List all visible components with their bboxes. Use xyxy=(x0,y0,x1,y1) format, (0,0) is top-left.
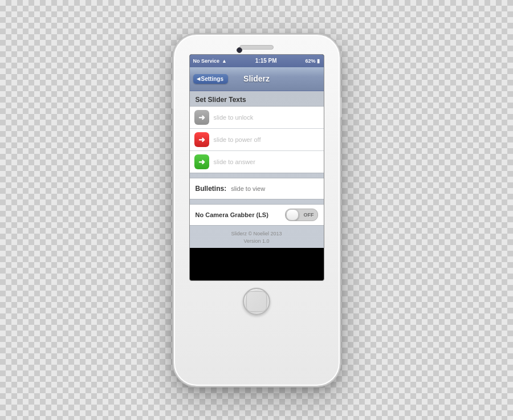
camera-grabber-label: No Camera Grabber (LS) xyxy=(196,211,268,218)
arrow-right-icon: ➜ xyxy=(198,113,205,122)
home-button-inner xyxy=(246,291,267,312)
screen-footer: Sliderz © Noeliel 2013 Version 1.0 xyxy=(190,226,324,248)
camera-grabber-row[interactable]: No Camera Grabber (LS) OFF xyxy=(190,204,324,226)
front-camera xyxy=(237,47,242,53)
toggle-knob xyxy=(286,209,299,221)
slider-settings-group: ➜ ➜ ➜ xyxy=(190,106,324,173)
volume-button[interactable] xyxy=(172,80,174,109)
bulletins-input[interactable] xyxy=(231,185,310,192)
arrow-right-icon-green: ➜ xyxy=(198,157,205,166)
nav-title: Sliderz xyxy=(243,74,270,83)
arrow-right-icon-red: ➜ xyxy=(198,135,205,144)
phone-screen: No Service ▲ 1:15 PM 62% ▮ Settings Slid… xyxy=(189,54,324,281)
bulletins-label: Bulletins: xyxy=(196,185,227,193)
toggle-off-label: OFF xyxy=(304,212,314,218)
back-button[interactable]: Settings xyxy=(193,74,228,84)
battery-icon: ▮ xyxy=(317,58,320,64)
power-button[interactable] xyxy=(340,97,342,117)
phone-device: No Service ▲ 1:15 PM 62% ▮ Settings Slid… xyxy=(173,34,341,387)
home-button[interactable] xyxy=(243,288,270,315)
section-header: Set Slider Texts xyxy=(190,91,324,106)
answer-icon-bg: ➜ xyxy=(194,154,209,169)
status-right: 62% ▮ xyxy=(305,58,320,64)
footer-line1: Sliderz © Noeliel 2013 xyxy=(190,230,324,238)
back-button-label: Settings xyxy=(201,76,223,82)
answer-row[interactable]: ➜ xyxy=(190,151,324,173)
poweroff-icon-bg: ➜ xyxy=(194,132,209,147)
navigation-bar: Settings Sliderz xyxy=(190,67,324,91)
status-left: No Service ▲ xyxy=(193,58,227,64)
unlock-text-input[interactable] xyxy=(214,114,319,121)
battery-percent: 62% xyxy=(305,58,315,64)
status-time: 1:15 PM xyxy=(255,58,277,64)
unlock-icon-bg: ➜ xyxy=(194,110,209,125)
wifi-icon: ▲ xyxy=(222,58,227,64)
poweroff-row[interactable]: ➜ xyxy=(190,129,324,151)
carrier-text: No Service xyxy=(193,58,220,64)
screen-content: Set Slider Texts ➜ ➜ ➜ xyxy=(190,91,324,248)
unlock-row[interactable]: ➜ xyxy=(190,107,324,129)
toggle-switch[interactable]: OFF xyxy=(285,209,318,221)
speaker xyxy=(239,45,274,50)
status-bar: No Service ▲ 1:15 PM 62% ▮ xyxy=(190,55,324,67)
answer-text-input[interactable] xyxy=(214,158,319,165)
poweroff-text-input[interactable] xyxy=(214,136,319,143)
footer-line2: Version 1.0 xyxy=(190,238,324,246)
bulletins-row[interactable]: Bulletins: xyxy=(190,178,324,199)
